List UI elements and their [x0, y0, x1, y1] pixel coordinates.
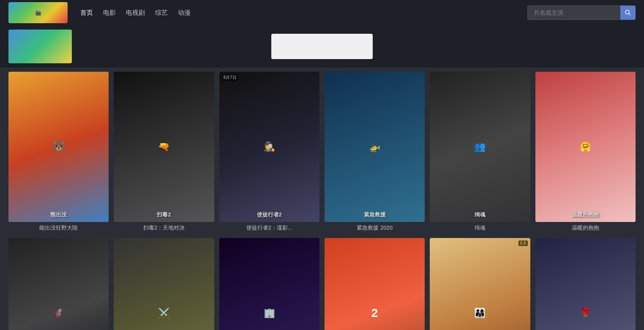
movie-title-2: 扫毒2：天地对决 [114, 222, 214, 233]
nav-variety[interactable]: 综艺 [155, 9, 168, 17]
movie-grid-row1: 🐻 熊出没 能出没狂野大陆 🔫 扫毒2 扫毒2：天地对决 🕵️ 8月7日 使徒行… [8, 72, 636, 233]
movie-card-10[interactable]: 2 拆弹专家2 拆弹专家2 [325, 238, 425, 330]
movie-card-3[interactable]: 🕵️ 8月7日 使徒行者2 使徒行者2：谍影... [219, 72, 319, 233]
search-area [527, 5, 636, 20]
nav-tv[interactable]: 电视剧 [126, 9, 145, 17]
banner-thumb[interactable] [8, 30, 72, 63]
movie-card-7[interactable]: 🦸 英雄本色 英雄本色 [8, 238, 109, 330]
movie-card-1[interactable]: 🐻 熊出没 能出没狂野大陆 [8, 72, 109, 233]
nav-movie[interactable]: 电影 [103, 9, 116, 17]
movie-title-3: 使徒行者2：谍影... [219, 222, 319, 233]
svg-line-1 [629, 14, 630, 15]
search-input[interactable] [527, 5, 620, 20]
movie-card-5[interactable]: 👥 缉魂 缉魂 [430, 72, 530, 233]
movie-card-11[interactable]: 👨‍👩‍👧 6.8 小偷家族 小偷家族 [430, 238, 530, 330]
movie-title-6: 温暖的抱抱 [535, 222, 636, 233]
movie-grid-row2: 🦸 英雄本色 英雄本色 ⚔️ 花木兰 花木兰 2020 🏢 摩天营救 [8, 238, 636, 330]
logo-text: 🎬 [35, 10, 41, 16]
nav-anime[interactable]: 动漫 [178, 9, 191, 17]
movie-card-2[interactable]: 🔫 扫毒2 扫毒2：天地对决 [114, 72, 214, 233]
header: 🎬 首页 电影 电视剧 综艺 动漫 [0, 0, 644, 25]
movie-card-4[interactable]: 🚁 紧急救援 紧急救援 2020 [325, 72, 425, 233]
movie-card-6[interactable]: 🤗 温暖的抱抱 温暖的抱抱 [535, 72, 636, 233]
movie-card-12[interactable]: 🌹 送你一朵小红花 送你一朵小红花 [535, 238, 636, 330]
nav: 首页 电影 电视剧 综艺 动漫 [80, 9, 191, 17]
movie-title-1: 能出没狂野大陆 [8, 222, 109, 233]
movie-card-9[interactable]: 🏢 摩天营救 摩天营救 [219, 238, 319, 330]
movie-title-4: 紧急救援 2020 [325, 222, 425, 233]
search-button[interactable] [620, 5, 636, 20]
logo[interactable]: 🎬 [8, 2, 68, 23]
banner-area [0, 25, 644, 68]
movie-title-5: 缉魂 [430, 222, 530, 233]
search-icon [625, 9, 631, 16]
grid-container: 🐻 熊出没 能出没狂野大陆 🔫 扫毒2 扫毒2：天地对决 🕵️ 8月7日 使徒行… [0, 68, 644, 330]
banner-center-ad [271, 34, 373, 59]
svg-point-0 [625, 10, 629, 14]
nav-home[interactable]: 首页 [80, 9, 93, 17]
movie-card-8[interactable]: ⚔️ 花木兰 花木兰 2020 [114, 238, 214, 330]
